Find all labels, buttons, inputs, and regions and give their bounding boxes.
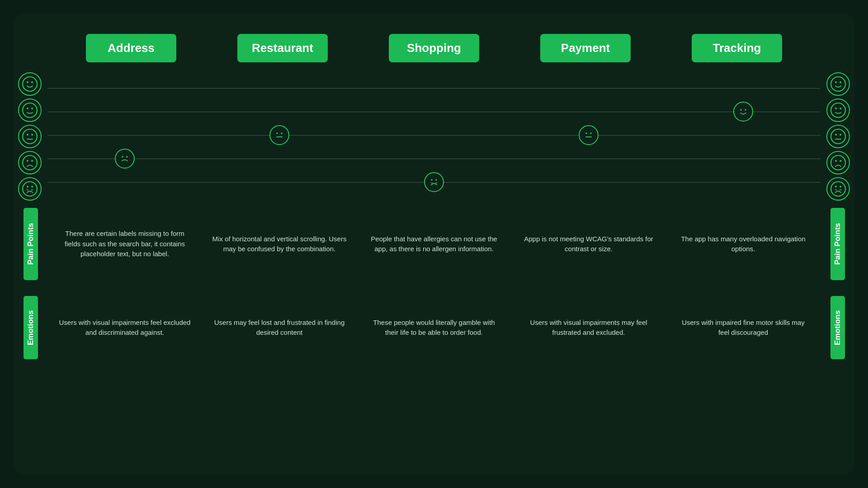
svg-point-1 (27, 81, 28, 83)
svg-point-17 (835, 81, 837, 83)
svg-point-23 (835, 134, 837, 136)
pain-text-shopping: People that have allergies can not use t… (357, 201, 511, 287)
column-headers: Address Restaurant Shopping Payment Trac… (50, 34, 818, 62)
col-header-address: Address (86, 34, 176, 62)
svg-point-38 (435, 179, 437, 181)
svg-point-20 (835, 108, 837, 109)
svg-point-18 (840, 81, 841, 83)
svg-point-10 (23, 155, 37, 170)
svg-point-15 (31, 186, 33, 188)
main-card: Address Restaurant Shopping Payment Trac… (14, 14, 854, 474)
svg-point-39 (585, 132, 587, 134)
timeline-line-1 (47, 88, 821, 89)
left-emoji-3 (18, 125, 42, 148)
svg-point-34 (276, 132, 278, 134)
right-emoji-3 (826, 125, 850, 148)
col-header-shopping: Shopping (389, 34, 479, 62)
right-emoji-column (826, 72, 850, 202)
emotions-label-left: Emotions (24, 296, 38, 359)
right-emoji-5 (826, 177, 850, 201)
svg-point-16 (831, 77, 845, 91)
right-emoji-2 (826, 99, 850, 122)
pain-points-label-right: Pain Points (830, 208, 845, 280)
emotion-text-address: Users with visual impairments feel exclu… (47, 289, 202, 366)
timeline-line-4 (47, 159, 821, 159)
emotion-text-tracking: Users with impaired fine motor skills ma… (666, 289, 821, 366)
svg-point-35 (281, 132, 283, 134)
left-emoji-2 (18, 99, 42, 122)
pain-points-left-label: Pain Points (14, 201, 47, 287)
svg-point-32 (122, 156, 123, 158)
svg-point-30 (835, 186, 837, 188)
emotion-text-restaurant: Users may feel lost and frustrated in fi… (202, 289, 357, 366)
shopping-dot (424, 172, 444, 192)
svg-point-7 (27, 134, 28, 136)
emotion-text-shopping: These people would literally gamble with… (357, 289, 511, 366)
svg-point-43 (745, 109, 746, 111)
left-emoji-4 (18, 151, 42, 174)
pain-points-content: There are certain labels missing to form… (47, 201, 821, 287)
pain-text-tracking: The app has many overloaded navigation o… (666, 201, 821, 287)
col-header-payment: Payment (540, 34, 631, 62)
svg-point-22 (831, 129, 845, 144)
emotions-label-right: Emotions (830, 296, 845, 359)
emotions-left-label: Emotions (14, 289, 47, 366)
svg-point-4 (27, 108, 28, 109)
emotions-content: Users with visual impairments feel exclu… (47, 289, 821, 366)
right-emoji-1 (826, 72, 850, 96)
page-background: Address Restaurant Shopping Payment Trac… (0, 0, 868, 488)
svg-point-3 (23, 103, 37, 117)
svg-point-2 (31, 81, 33, 83)
emotions-right-label: Emotions (821, 289, 854, 366)
pain-points-label-left: Pain Points (24, 208, 38, 280)
emotion-text-payment: Users with visual impairments may feel f… (511, 289, 666, 366)
left-emoji-5 (18, 177, 42, 201)
tracking-dot (733, 102, 753, 122)
svg-point-12 (31, 160, 33, 162)
timeline-line-3 (47, 135, 821, 136)
pain-text-restaurant: Mix of horizontal and vertical scrolling… (202, 201, 357, 287)
svg-point-13 (23, 182, 37, 196)
svg-point-26 (831, 155, 845, 170)
svg-point-37 (431, 179, 433, 181)
col-header-restaurant: Restaurant (237, 34, 328, 62)
svg-point-0 (23, 77, 37, 91)
svg-point-6 (23, 129, 37, 144)
svg-point-8 (31, 134, 33, 136)
header-row: Address Restaurant Shopping Payment Trac… (14, 34, 854, 62)
restaurant-dot (269, 125, 289, 145)
svg-point-40 (590, 132, 592, 134)
svg-point-24 (840, 134, 841, 136)
payment-dot (579, 125, 599, 145)
svg-point-31 (840, 186, 841, 188)
emotions-section: Emotions Users with visual impairments f… (14, 289, 854, 366)
svg-point-28 (840, 160, 841, 162)
col-header-tracking: Tracking (692, 34, 782, 62)
svg-point-19 (831, 103, 845, 117)
svg-point-33 (126, 156, 128, 158)
pain-text-payment: Appp is not meeting WCAG's standards for… (511, 201, 666, 287)
pain-points-right-label: Pain Points (821, 201, 854, 287)
svg-point-42 (740, 109, 742, 111)
address-dot (115, 149, 135, 169)
svg-point-14 (27, 186, 28, 188)
left-emoji-1 (18, 72, 42, 96)
left-emoji-column (18, 72, 42, 202)
svg-point-5 (31, 108, 33, 109)
svg-point-27 (835, 160, 837, 162)
timeline-lines (47, 77, 821, 194)
pain-points-section: Pain Points There are certain labels mis… (14, 201, 854, 287)
timeline-line-2 (47, 112, 821, 112)
right-emoji-4 (826, 151, 850, 174)
svg-point-21 (840, 108, 841, 109)
svg-point-29 (831, 182, 845, 196)
pain-text-address: There are certain labels missing to form… (47, 201, 202, 287)
svg-point-11 (27, 160, 28, 162)
